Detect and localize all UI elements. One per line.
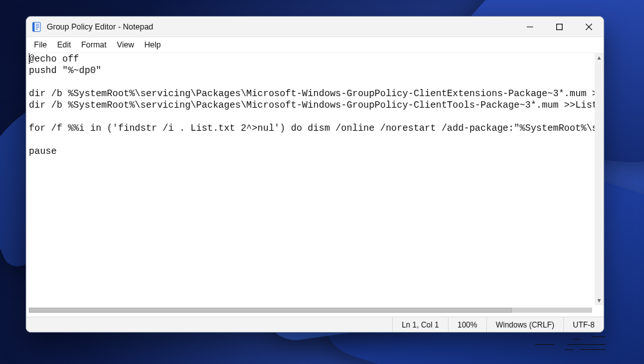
scroll-up-icon[interactable]: ▲ [595, 53, 604, 62]
window-title: Group Policy Editor - Notepad [47, 22, 515, 31]
menubar: File Edit Format View Help [26, 37, 604, 53]
editor-area: @echo off pushd "%~dp0" dir /b %SystemRo… [26, 53, 604, 317]
menu-file[interactable]: File [29, 39, 52, 51]
menu-view[interactable]: View [111, 39, 139, 51]
svg-rect-7 [557, 24, 563, 29]
minimize-button[interactable] [515, 17, 545, 37]
notepad-window: Group Policy Editor - Notepad File Edit … [26, 16, 604, 333]
status-line-ending: Windows (CRLF) [486, 317, 563, 332]
status-zoom: 100% [448, 317, 486, 332]
maximize-button[interactable] [545, 17, 574, 37]
vertical-scrollbar[interactable]: ▲ ▼ [595, 53, 604, 305]
titlebar[interactable]: Group Policy Editor - Notepad [26, 17, 604, 37]
notepad-icon [31, 22, 42, 32]
scroll-down-icon[interactable]: ▼ [595, 296, 604, 305]
close-button[interactable] [574, 17, 604, 37]
status-position: Ln 1, Col 1 [392, 317, 448, 332]
text-caret [29, 53, 29, 64]
horizontal-scrollbar[interactable] [26, 305, 595, 317]
hscroll-thumb[interactable] [29, 308, 512, 313]
statusbar: Ln 1, Col 1 100% Windows (CRLF) UTF-8 [26, 317, 604, 332]
statusbar-spacer [26, 317, 392, 332]
menu-format[interactable]: Format [76, 39, 112, 51]
text-editor[interactable]: @echo off pushd "%~dp0" dir /b %SystemRo… [26, 53, 595, 305]
svg-rect-1 [33, 22, 35, 31]
menu-edit[interactable]: Edit [52, 39, 76, 51]
menu-help[interactable]: Help [139, 39, 166, 51]
status-encoding: UTF-8 [563, 317, 604, 332]
